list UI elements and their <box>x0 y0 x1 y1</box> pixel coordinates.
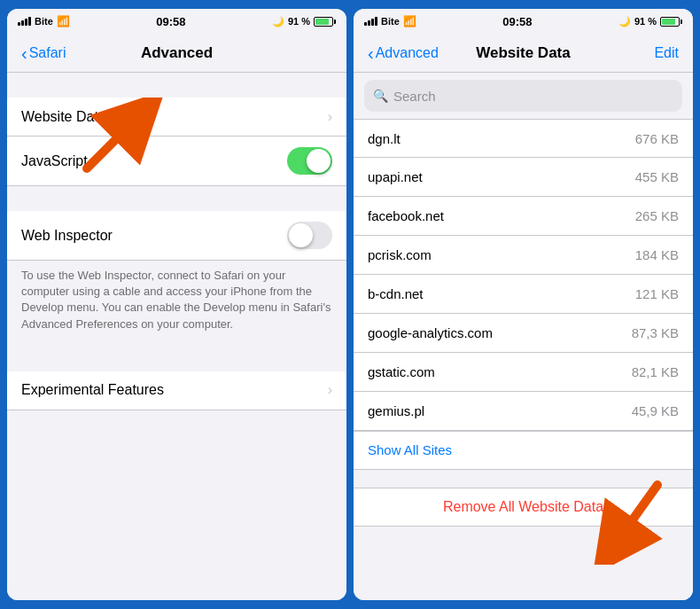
carrier-label: Bite <box>35 16 53 27</box>
spacer2 <box>7 186 346 211</box>
carrier-label-r: Bite <box>381 16 400 27</box>
page-title-left: Advanced <box>141 44 213 62</box>
search-bar[interactable]: 🔍 Search <box>364 80 682 112</box>
battery-icon <box>314 17 336 27</box>
site-name-5: google-analytics.com <box>368 325 493 340</box>
status-left: Bite 📶 <box>18 15 70 27</box>
javascript-item[interactable]: JavaScript <box>7 137 346 186</box>
back-label-right: Advanced <box>376 45 439 61</box>
remove-all-button[interactable]: Remove All Website Data <box>443 499 603 514</box>
site-size-0: 676 KB <box>635 131 679 146</box>
site-size-1: 455 KB <box>635 169 679 184</box>
battery-label: 91 % <box>288 16 310 27</box>
chevron-left-icon: ‹ <box>21 44 27 62</box>
site-size-6: 82,1 KB <box>632 364 679 379</box>
javascript-toggle[interactable] <box>287 147 332 175</box>
site-name-3: pcrisk.com <box>368 247 432 262</box>
chevron-right-icon-exp: › <box>328 382 332 398</box>
signal-icon <box>18 17 31 26</box>
table-row[interactable]: google-analytics.com 87,3 KB <box>354 314 693 353</box>
site-size-5: 87,3 KB <box>632 325 679 340</box>
edit-button[interactable]: Edit <box>654 45 679 61</box>
time-label-r: 09:58 <box>502 15 532 28</box>
wifi-icon: 📶 <box>57 15 70 27</box>
web-inspector-label: Web Inspector <box>21 228 113 244</box>
javascript-label: JavaScript <box>21 153 88 169</box>
time-label: 09:58 <box>156 15 185 28</box>
back-button-left[interactable]: ‹ Safari <box>21 44 66 62</box>
table-row[interactable]: gstatic.com 82,1 KB <box>354 353 693 392</box>
status-bar-right: Bite 📶 09:58 🌙 91 % <box>354 9 693 34</box>
table-row[interactable]: b-cdn.net 121 KB <box>354 275 693 314</box>
back-label-left: Safari <box>29 45 66 61</box>
chevron-left-icon-r: ‹ <box>368 44 374 62</box>
wifi-icon-r: 📶 <box>403 15 416 27</box>
spacer1 <box>7 73 346 98</box>
web-inspector-note: To use the Web Inspector, connect to Saf… <box>7 261 346 347</box>
experimental-features-label: Experimental Features <box>21 382 164 398</box>
battery-icon-r <box>660 17 682 27</box>
web-inspector-toggle[interactable] <box>287 222 332 249</box>
page-title-right: Website Data <box>476 44 570 62</box>
site-name-4: b-cdn.net <box>368 286 424 301</box>
table-row[interactable]: facebook.net 265 KB <box>354 197 693 236</box>
signal-icon-r <box>364 17 377 26</box>
site-size-7: 45,9 KB <box>632 403 679 418</box>
right-content: 🔍 Search dgn.lt 676 KB upapi.net 455 KB … <box>354 73 693 600</box>
spacer3 <box>7 347 346 371</box>
site-name-0: dgn.lt <box>368 131 401 146</box>
moon-icon: 🌙 <box>272 16 284 27</box>
toggle-thumb-js <box>307 149 331 173</box>
site-name-7: gemius.pl <box>368 403 424 418</box>
web-inspector-item[interactable]: Web Inspector <box>7 211 346 261</box>
show-all-sites[interactable]: Show All Sites <box>354 431 693 470</box>
status-bar-left: Bite 📶 09:58 🌙 91 % <box>7 9 346 34</box>
table-row[interactable]: pcrisk.com 184 KB <box>354 236 693 275</box>
nav-bar-left: ‹ Safari Advanced <box>7 34 346 73</box>
show-all-label: Show All Sites <box>368 442 452 457</box>
site-size-4: 121 KB <box>635 286 679 301</box>
status-right-r: 🌙 91 % <box>618 16 682 27</box>
moon-icon-r: 🌙 <box>618 16 631 27</box>
table-row[interactable]: upapi.net 455 KB <box>354 158 693 197</box>
toggle-thumb-wi <box>289 223 313 247</box>
nav-bar-right: ‹ Advanced Website Data Edit <box>354 34 693 73</box>
battery-label-r: 91 % <box>634 16 657 27</box>
back-button-right[interactable]: ‹ Advanced <box>368 44 439 62</box>
left-phone-screen: Bite 📶 09:58 🌙 91 % ‹ Safari Advanced We… <box>7 9 346 600</box>
status-left-r: Bite 📶 <box>364 15 416 27</box>
chevron-right-icon-website: › <box>328 109 332 125</box>
website-data-label: Website Data <box>21 109 106 125</box>
site-name-2: facebook.net <box>368 208 444 223</box>
search-icon: 🔍 <box>373 89 388 103</box>
experimental-features-item[interactable]: Experimental Features › <box>7 371 346 410</box>
site-name-6: gstatic.com <box>368 364 435 379</box>
table-row[interactable]: dgn.lt 676 KB <box>354 119 693 158</box>
table-row[interactable]: gemius.pl 45,9 KB <box>354 392 693 431</box>
status-right: 🌙 91 % <box>272 16 336 27</box>
search-placeholder: Search <box>393 89 436 104</box>
website-data-list: dgn.lt 676 KB upapi.net 455 KB facebook.… <box>354 119 693 431</box>
right-phone-screen: Bite 📶 09:58 🌙 91 % ‹ Advanced Website D… <box>354 9 693 600</box>
website-data-item[interactable]: Website Data › <box>7 98 346 137</box>
site-name-1: upapi.net <box>368 169 423 184</box>
site-size-3: 184 KB <box>635 247 679 262</box>
site-size-2: 265 KB <box>635 208 679 223</box>
left-content: Website Data › JavaScript Web Inspector … <box>7 73 346 600</box>
remove-all-area: Remove All Website Data <box>354 488 693 527</box>
